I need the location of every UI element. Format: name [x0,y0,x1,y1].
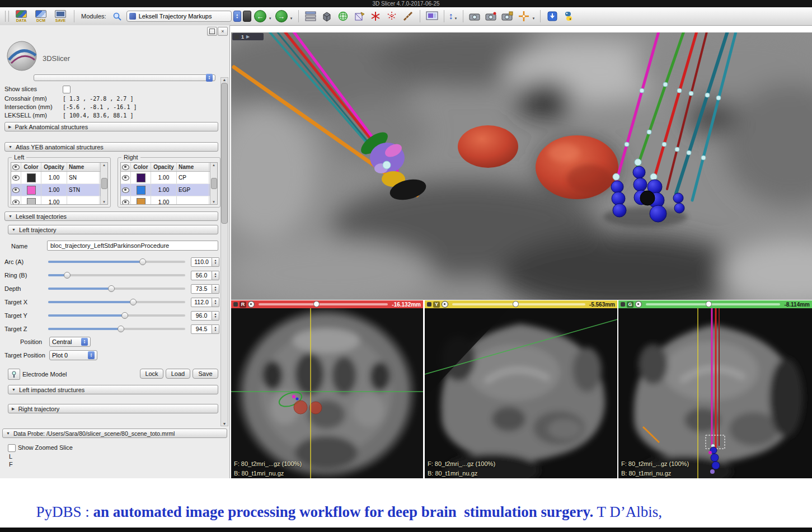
slice-visibility-eye-icon[interactable] [442,301,448,308]
color-cell[interactable] [21,172,41,183]
scroll-up-icon[interactable]: ▲ [223,78,227,82]
table-scrollbar[interactable]: ▲▼ [210,163,217,204]
table-scrollbar[interactable]: ▲▼ [100,163,107,204]
python-console-button[interactable] [561,9,576,23]
green-slice-render[interactable] [618,308,812,478]
section-left-trajectory[interactable]: ▼ Left trajectory [8,225,218,234]
pin-icon[interactable] [621,302,625,307]
table-header[interactable]: Color Opacity Name [11,163,107,172]
section-leksell-trajectories[interactable]: ▼ Leksell trajectories [4,211,218,221]
depth-spinbox[interactable]: 73.5 [191,284,212,294]
lock-button[interactable]: Lock [140,369,163,379]
name-cell[interactable] [67,196,100,205]
opacity-cell[interactable]: 1.00 [41,184,67,196]
pin-icon[interactable] [234,35,239,39]
visibility-toggle[interactable] [11,196,21,205]
slider-handle[interactable] [64,272,71,279]
target-x-spinbox[interactable]: 112.0 [191,298,212,307]
color-cell[interactable] [131,196,151,205]
electrode-model-button[interactable] [8,369,20,380]
crosshair-button[interactable] [517,9,531,23]
arc-stepper[interactable]: ▲▼ [212,257,219,267]
ruler-button[interactable] [401,9,415,23]
visibility-toggle[interactable] [121,172,131,183]
visibility-toggle[interactable] [11,172,21,183]
slider-handle[interactable] [108,285,115,292]
show-zoomed-slice-checkbox[interactable] [8,444,16,452]
table-row[interactable]: 1.00 SN [11,172,107,184]
depth-slider[interactable] [48,288,185,290]
load-data-button[interactable]: DATA [12,8,30,24]
screenshot-button[interactable] [425,9,439,23]
table-row[interactable]: 1.00 [121,196,217,205]
scroll-down-icon[interactable]: ▼ [223,422,227,426]
opacity-cell[interactable]: 1.00 [151,184,177,196]
slice-view-green[interactable]: F: 80_t2mri_...gz (100%) B: 80_t1mri_nu.… [618,308,812,478]
slice-visibility-eye-icon[interactable] [248,301,255,308]
slice-slider-handle[interactable] [513,301,519,307]
visibility-toggle[interactable] [121,196,131,205]
target-position-combobox[interactable]: Plot 0 ▲▼ [49,350,97,360]
expand-arrow-icon[interactable]: ▶ [246,34,250,39]
yellow-slice-render[interactable] [425,308,617,478]
slider-handle[interactable] [121,312,128,319]
capture-sequence-button[interactable] [484,9,499,23]
save-button[interactable]: SAVE [51,8,69,24]
atlas-left-table[interactable]: Color Opacity Name 1.00 SN 1.00 STN [11,162,108,205]
arc-slider[interactable] [48,261,185,263]
depth-stepper[interactable]: ▲▼ [212,284,219,294]
target-x-stepper[interactable]: ▲▼ [212,298,219,307]
table-header[interactable]: Color Opacity Name [121,163,217,172]
target-z-stepper[interactable]: ▲▼ [212,324,219,334]
slider-handle[interactable] [118,326,124,332]
undock-panel-button[interactable] [207,27,217,36]
close-panel-button[interactable]: × [218,27,228,36]
capture-view-button[interactable] [468,9,482,23]
module-panel-scrollbar[interactable]: ▲ ▼ [220,77,228,426]
opacity-cell[interactable]: 1.00 [41,172,67,183]
target-x-slider[interactable] [48,301,185,303]
module-selector-stepper[interactable]: ▲▼ [233,11,241,22]
crosshair-star-sparse-button[interactable] [384,9,399,23]
slider-handle[interactable] [130,299,137,305]
back-button[interactable]: ← [253,9,267,23]
back-dropdown-icon[interactable]: ▼ [269,17,272,20]
target-z-spinbox[interactable]: 94.5 [191,324,212,334]
red-slice-render[interactable] [231,308,423,478]
sphere-view-button[interactable] [336,9,350,23]
arc-spinbox[interactable]: 110.0 [191,257,212,267]
slice-visibility-eye-icon[interactable] [635,301,642,308]
slice-slider-handle[interactable] [313,301,320,307]
pin-icon[interactable] [233,302,238,307]
ring-slider[interactable] [48,274,185,276]
crosshair-star-button[interactable] [368,9,383,23]
section-right-trajectory[interactable]: ▶ Right trajectory [8,404,218,413]
3d-view-controller-bar[interactable]: 1 ▶ [232,33,264,40]
module-search-button[interactable] [110,9,125,23]
opacity-cell[interactable]: 1.00 [41,196,67,205]
extensions-button[interactable] [545,9,560,23]
pin-icon[interactable] [427,302,431,307]
updown-dropdown-icon[interactable]: ▼ [454,17,458,20]
table-row[interactable]: 1.00 [11,196,107,205]
name-cell[interactable]: EGP [177,184,209,196]
name-cell[interactable]: CP [177,172,209,183]
scrollbar-thumb[interactable] [211,178,217,189]
section-left-impacted[interactable]: ▼ Left impacted structures [8,385,218,394]
color-cell[interactable] [131,184,151,196]
table-row[interactable]: 1.00 STN [11,184,107,196]
mesh-view-button[interactable] [352,9,367,23]
name-cell[interactable]: STN [67,184,100,196]
show-slices-checkbox[interactable] [63,86,71,93]
forward-dropdown-icon[interactable]: ▼ [290,17,293,20]
slice-view-yellow[interactable]: F: 80_t2mri_...gz (100%) B: 80_t1mri_nu.… [425,308,617,478]
color-cell[interactable] [21,184,41,196]
table-row[interactable]: 1.00 CP [121,172,217,184]
opacity-cell[interactable]: 1.00 [151,196,177,205]
color-cell[interactable] [131,172,151,183]
updown-arrow-icon[interactable]: ↕ [449,11,453,21]
module-history-button[interactable] [243,11,251,22]
visibility-toggle[interactable] [11,184,21,196]
atlas-right-table[interactable]: Color Opacity Name 1.00 CP 1.00 EGP [120,162,218,205]
opacity-cell[interactable]: 1.00 [151,172,177,183]
